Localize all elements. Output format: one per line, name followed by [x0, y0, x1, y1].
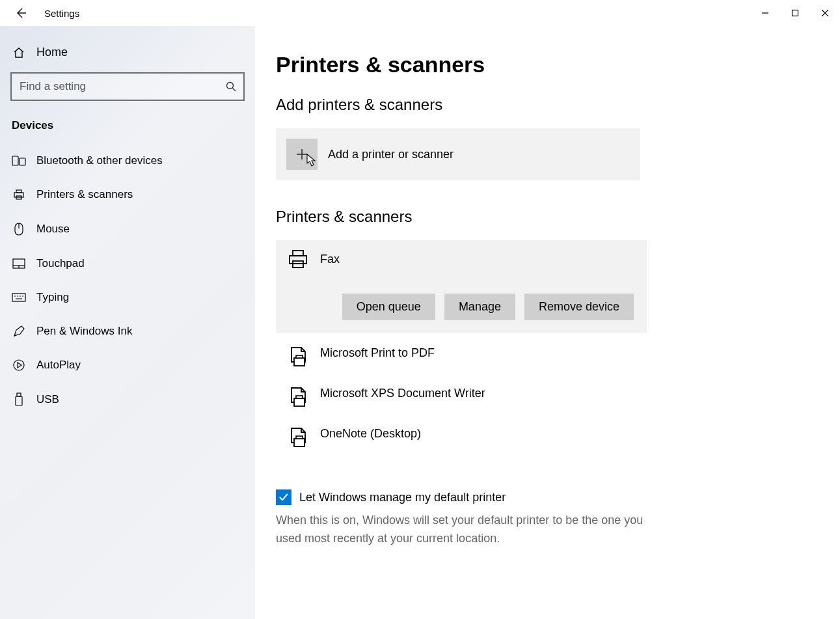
svg-rect-25: [17, 393, 21, 396]
sidebar-item-label: AutoPlay: [36, 359, 81, 372]
svg-rect-35: [296, 396, 303, 398]
svg-rect-26: [16, 396, 22, 406]
autoplay-icon: [12, 359, 26, 372]
remove-device-button[interactable]: Remove device: [524, 294, 634, 320]
sidebar-item-label: Bluetooth & other devices: [36, 154, 163, 167]
sidebar-item-printers[interactable]: Printers & scanners: [0, 178, 255, 212]
svg-rect-33: [296, 355, 303, 358]
svg-rect-2: [793, 10, 798, 16]
sidebar-item-pen[interactable]: Pen & Windows Ink: [0, 314, 255, 348]
add-section-title: Add printers & scanners: [276, 96, 840, 114]
svg-rect-17: [12, 294, 25, 301]
list-section-title: Printers & scanners: [276, 208, 840, 226]
sidebar-item-label: Touchpad: [36, 257, 85, 270]
document-printer-icon: [286, 346, 310, 368]
window-title: Settings: [44, 8, 79, 19]
usb-icon: [12, 392, 26, 407]
printer-name: Microsoft Print to PDF: [320, 346, 435, 360]
printer-name: OneNote (Desktop): [320, 427, 421, 441]
svg-rect-10: [16, 190, 21, 193]
svg-rect-31: [293, 261, 303, 268]
touchpad-icon: [12, 258, 26, 269]
printer-name: Microsoft XPS Document Writer: [320, 387, 485, 400]
sidebar-item-bluetooth[interactable]: Bluetooth & other devices: [0, 144, 255, 178]
checkbox-label: Let Windows manage my default printer: [299, 491, 506, 504]
printer-icon: [12, 188, 26, 201]
svg-line-6: [233, 89, 236, 92]
minimize-button[interactable]: [750, 3, 780, 23]
plus-icon: [295, 147, 309, 161]
add-printer-highlight: Add a printer or scanner: [276, 128, 496, 180]
sidebar-home[interactable]: Home: [0, 42, 255, 72]
printer-item[interactable]: OneNote (Desktop): [276, 418, 647, 458]
svg-rect-30: [293, 251, 303, 256]
svg-rect-36: [294, 439, 305, 447]
bluetooth-devices-icon: [12, 154, 26, 167]
sidebar-item-label: Printers & scanners: [36, 188, 133, 201]
svg-rect-34: [294, 398, 305, 406]
add-printer-row[interactable]: Add a printer or scanner: [276, 128, 640, 180]
svg-rect-32: [294, 358, 305, 366]
close-button[interactable]: [810, 3, 840, 23]
printer-item-fax[interactable]: Fax Open queue Manage Remove device: [276, 240, 647, 333]
home-icon: [12, 46, 26, 59]
main-content: Printers & scanners Add printers & scann…: [255, 26, 840, 619]
sidebar-item-label: USB: [36, 393, 59, 406]
svg-point-23: [14, 360, 24, 370]
mouse-icon: [12, 222, 26, 236]
document-printer-icon: [286, 387, 310, 409]
help-text: When this is on, Windows will set your d…: [276, 512, 647, 548]
search-input[interactable]: [10, 72, 245, 101]
manage-button[interactable]: Manage: [444, 294, 515, 320]
sidebar: Home Devices Bluetooth & other devices P…: [0, 26, 255, 619]
search-icon: [225, 81, 237, 92]
svg-rect-8: [20, 158, 25, 165]
add-button[interactable]: [286, 139, 318, 170]
maximize-button[interactable]: [780, 3, 810, 23]
sidebar-item-touchpad[interactable]: Touchpad: [0, 247, 255, 281]
pen-icon: [12, 325, 26, 338]
svg-rect-7: [12, 156, 18, 165]
sidebar-item-mouse[interactable]: Mouse: [0, 212, 255, 247]
sidebar-group-label: Devices: [0, 119, 255, 144]
sidebar-item-label: Typing: [36, 291, 69, 304]
printer-name: Fax: [320, 253, 340, 266]
printer-icon: [286, 248, 310, 270]
document-printer-icon: [286, 427, 310, 449]
svg-rect-9: [14, 193, 23, 197]
titlebar: Settings: [0, 0, 840, 26]
add-button-label: Add a printer or scanner: [328, 148, 454, 161]
sidebar-item-usb[interactable]: USB: [0, 382, 255, 417]
printer-item[interactable]: Microsoft Print to PDF: [276, 337, 647, 378]
back-button[interactable]: [12, 4, 30, 22]
svg-marker-24: [18, 363, 21, 368]
open-queue-button[interactable]: Open queue: [342, 294, 435, 320]
sidebar-item-label: Pen & Windows Ink: [36, 325, 132, 338]
svg-rect-29: [290, 256, 306, 264]
svg-point-5: [227, 83, 234, 89]
keyboard-icon: [12, 292, 26, 303]
page-title: Printers & scanners: [276, 52, 840, 77]
check-icon: [278, 491, 290, 503]
sidebar-item-typing[interactable]: Typing: [0, 281, 255, 314]
default-printer-checkbox[interactable]: [276, 489, 291, 505]
sidebar-item-label: Mouse: [36, 223, 70, 236]
printer-item[interactable]: Microsoft XPS Document Writer: [276, 378, 647, 418]
svg-rect-37: [296, 436, 303, 439]
sidebar-home-label: Home: [36, 46, 68, 59]
sidebar-item-autoplay[interactable]: AutoPlay: [0, 348, 255, 382]
